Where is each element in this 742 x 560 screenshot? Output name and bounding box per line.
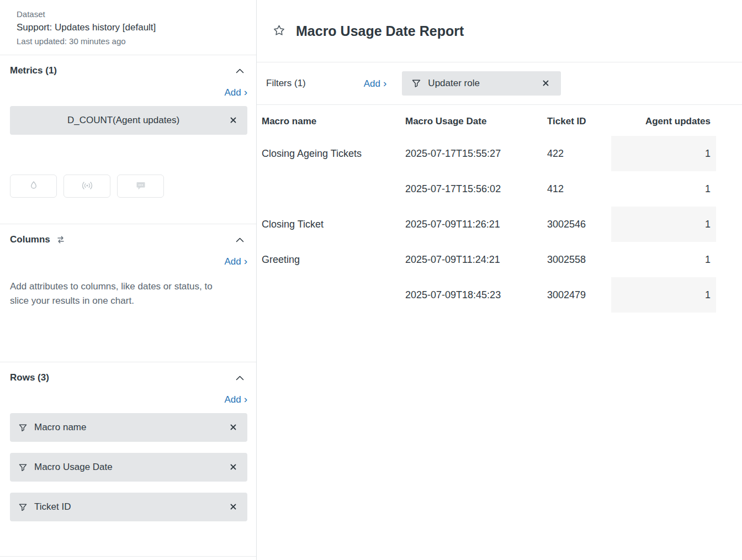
rows-collapse-button[interactable] <box>232 372 247 384</box>
color-drop-button[interactable] <box>10 175 57 198</box>
cell-agent-updates: 1 <box>611 136 716 171</box>
filter-funnel-icon <box>412 79 421 88</box>
metrics-collapse-button[interactable] <box>232 65 247 77</box>
metrics-add-label: Add <box>224 87 241 98</box>
rows-add-label: Add <box>224 394 241 405</box>
header-ticket-id[interactable]: Ticket ID <box>547 113 611 136</box>
rows-panel: Rows (3) Add› Macro name <box>0 362 256 557</box>
cell-macro-name: Closing Ageing Tickets <box>262 136 405 171</box>
report-main: Macro Usage Date Report Filters (1) Add›… <box>257 0 742 560</box>
filters-add-button[interactable]: Add› <box>364 78 387 89</box>
chevron-right-icon: › <box>244 86 247 98</box>
dataset-last-updated: Last updated: 30 minutes ago <box>17 35 247 47</box>
cell-macro-usage-date: 2025-07-17T15:56:02 <box>405 171 547 207</box>
columns-helper-text: Add attributes to columns, like dates or… <box>10 279 217 308</box>
close-icon <box>230 117 236 125</box>
close-icon <box>230 424 236 432</box>
close-icon <box>230 463 236 472</box>
columns-add-button[interactable]: Add› <box>224 256 247 267</box>
rows-add-button[interactable]: Add› <box>224 394 247 405</box>
cell-macro-name: Closing Ticket <box>262 207 405 242</box>
columns-add-label: Add <box>224 256 241 267</box>
chevron-right-icon: › <box>383 77 386 89</box>
cell-macro-usage-date: 2025-07-09T11:24:21 <box>405 242 547 277</box>
row-chip-macro-name[interactable]: Macro name <box>10 413 247 442</box>
columns-panel: Columns Add› Add attributes to columns, … <box>0 224 256 362</box>
report-title: Macro Usage Date Report <box>296 23 464 39</box>
cell-ticket-id: 412 <box>547 171 611 207</box>
metric-chip-label: D_COUNT(Agent updates) <box>19 115 228 126</box>
cell-macro-usage-date: 2025-07-09T11:26:21 <box>405 207 547 242</box>
metrics-title: Metrics (1) <box>10 64 57 77</box>
broadcast-icon <box>82 181 93 192</box>
dataset-info: Dataset Support: Updates history [defaul… <box>0 0 256 55</box>
remove-row-macro-name-button[interactable] <box>228 421 239 434</box>
metric-tools <box>10 175 247 198</box>
table-header-row: Macro name Macro Usage Date Ticket ID Ag… <box>262 113 716 136</box>
close-icon <box>543 80 549 88</box>
dataset-name: Support: Updates history [default] <box>17 21 247 34</box>
chevron-right-icon: › <box>244 255 247 267</box>
chevron-up-icon <box>236 67 244 75</box>
results-table: Macro name Macro Usage Date Ticket ID Ag… <box>262 113 716 313</box>
rows-title: Rows (3) <box>10 371 49 384</box>
chevron-up-icon <box>236 236 244 244</box>
row-chip-ticket-id[interactable]: Ticket ID <box>10 493 247 521</box>
dataset-label: Dataset <box>17 9 247 20</box>
remove-row-ticket-id-button[interactable] <box>228 501 239 514</box>
comment-button[interactable] <box>117 175 164 198</box>
cell-ticket-id: 3002558 <box>547 242 611 277</box>
metric-chip[interactable]: D_COUNT(Agent updates) <box>10 106 247 135</box>
swap-axes-icon[interactable] <box>56 235 66 244</box>
results-table-area: Macro name Macro Usage Date Ticket ID Ag… <box>257 105 742 313</box>
header-agent-updates[interactable]: Agent updates <box>611 113 716 136</box>
remove-filter-updater-role-button[interactable] <box>540 77 551 90</box>
favorite-button[interactable] <box>270 22 288 41</box>
filter-funnel-icon <box>19 424 27 432</box>
star-icon <box>272 24 286 39</box>
report-header: Macro Usage Date Report <box>257 0 742 62</box>
remove-row-macro-usage-date-button[interactable] <box>228 461 239 474</box>
table-row: Closing Ageing Tickets 2025-07-17T15:55:… <box>262 136 716 171</box>
row-chip-label: Macro name <box>34 422 228 433</box>
cell-agent-updates: 1 <box>611 171 716 207</box>
cell-macro-name: Greeting <box>262 242 405 277</box>
broadcast-button[interactable] <box>63 175 110 198</box>
remove-metric-button[interactable] <box>228 114 239 127</box>
filters-add-label: Add <box>364 78 380 89</box>
header-macro-name[interactable]: Macro name <box>262 113 405 136</box>
metrics-add-button[interactable]: Add› <box>224 87 247 98</box>
table-row: Greeting 2025-07-09T11:24:21 3002558 1 <box>262 242 716 277</box>
table-row: 2025-07-17T15:56:02 412 1 <box>262 171 716 207</box>
speech-bubble-icon <box>136 181 146 192</box>
row-chip-macro-usage-date[interactable]: Macro Usage Date <box>10 453 247 482</box>
cell-macro-usage-date: 2025-07-17T15:55:27 <box>405 136 547 171</box>
cell-agent-updates: 1 <box>611 277 716 313</box>
close-icon <box>230 503 236 511</box>
columns-collapse-button[interactable] <box>232 234 247 246</box>
filters-bar: Filters (1) Add› Updater role <box>257 62 742 105</box>
cell-agent-updates: 1 <box>611 207 716 242</box>
header-macro-usage-date[interactable]: Macro Usage Date <box>405 113 547 136</box>
table-row: 2025-07-09T18:45:23 3002479 1 <box>262 277 716 313</box>
filter-chip-label: Updater role <box>428 78 527 89</box>
cell-macro-usage-date: 2025-07-09T18:45:23 <box>405 277 547 313</box>
cell-ticket-id: 3002479 <box>547 277 611 313</box>
cell-ticket-id: 422 <box>547 136 611 171</box>
row-chip-label: Macro Usage Date <box>34 462 228 473</box>
filters-title: Filters (1) <box>266 78 306 89</box>
cell-macro-name <box>262 171 405 207</box>
filter-funnel-icon <box>19 463 27 472</box>
columns-title: Columns <box>10 233 50 246</box>
row-chip-label: Ticket ID <box>34 501 228 513</box>
cell-agent-updates: 1 <box>611 242 716 277</box>
table-row: Closing Ticket 2025-07-09T11:26:21 30025… <box>262 207 716 242</box>
chevron-up-icon <box>236 374 244 382</box>
report-builder-sidebar: Dataset Support: Updates history [defaul… <box>0 0 257 560</box>
filter-chip-updater-role[interactable]: Updater role <box>402 71 561 96</box>
chevron-right-icon: › <box>244 393 247 405</box>
filter-funnel-icon <box>19 503 27 511</box>
app-window: Dataset Support: Updates history [defaul… <box>0 0 742 560</box>
metrics-panel: Metrics (1) Add› D_COUNT(Agent updates) <box>0 55 256 224</box>
cell-ticket-id: 3002546 <box>547 207 611 242</box>
